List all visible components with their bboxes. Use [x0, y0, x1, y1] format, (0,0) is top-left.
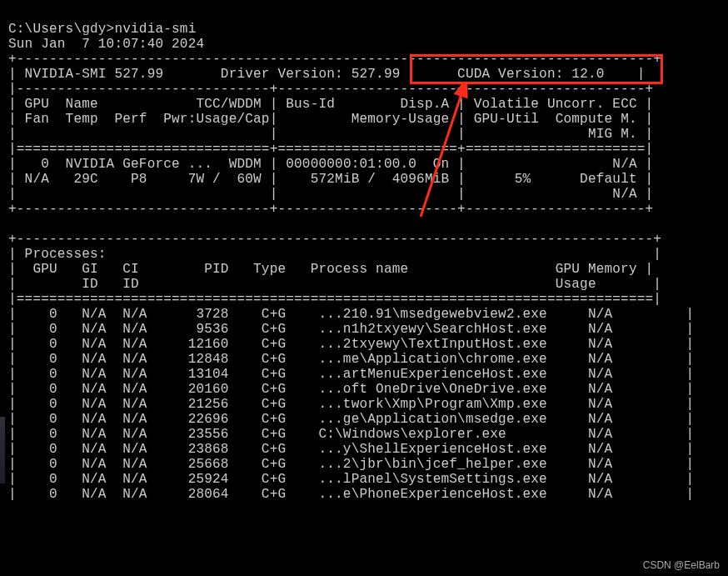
- gpu-row-1: | 0 NVIDIA GeForce ... WDDM | 00000000:0…: [8, 157, 653, 172]
- r3r: N/A: [474, 187, 637, 202]
- cuda-highlight-box: [410, 54, 663, 84]
- gpu-row-2: | N/A 29C P8 7W / 60W | 572MiB / 4096MiB…: [8, 172, 653, 187]
- hdr3r: MIG M.: [474, 127, 637, 142]
- proc-title-row: | Processes: |: [8, 247, 661, 262]
- date-line: Sun Jan 7 10:07:40 2024: [8, 37, 204, 52]
- proc-header-1: | GPU GI CI PID Type Process name GPU Me…: [8, 262, 653, 277]
- hdr1l: GPU Name TCC/WDDM: [25, 97, 262, 112]
- left-edge-decoration: [0, 417, 5, 483]
- hdr2r: GPU-Util Compute M.: [474, 112, 637, 127]
- gpu-header-2: | Fan Temp Perf Pwr:Usage/Cap| Memory-Us…: [8, 112, 653, 127]
- gpu-header-3: | | | MIG M. |: [8, 127, 653, 142]
- hdr2m: Memory-Usage: [286, 112, 449, 127]
- r2l: N/A 29C P8 7W / 60W: [25, 172, 262, 187]
- nv-smi-driver: NVIDIA-SMI 527.99 Driver Version: 527.99: [25, 67, 401, 82]
- r2r: 5% Default: [474, 172, 637, 187]
- border-line: +-------------------------------+-------…: [8, 202, 653, 217]
- hdr1r: Volatile Uncorr. ECC: [474, 97, 637, 112]
- r1l: 0 NVIDIA GeForce ... WDDM: [25, 157, 262, 172]
- gpu-row-3: | | | N/A |: [8, 187, 653, 202]
- proc-rows: | 0 N/A N/A 3728 C+G ...210.91\msedgeweb…: [8, 307, 694, 502]
- ph1: GPU GI CI PID Type Process name GPU Memo…: [25, 262, 637, 277]
- watermark: CSDN @EelBarb: [643, 558, 720, 573]
- sep-line: |===============================+=======…: [8, 142, 653, 157]
- ph2: ID ID Usage: [25, 277, 596, 292]
- r2m: 572MiB / 4096MiB: [286, 172, 449, 187]
- prompt-line: C:\Users\gdy>nvidia-smi: [8, 22, 196, 37]
- proc-title: Processes:: [25, 247, 107, 262]
- r1r: N/A: [474, 157, 637, 172]
- sep-line: |=======================================…: [8, 292, 661, 307]
- border-line: +---------------------------------------…: [8, 232, 661, 247]
- hdr1m: Bus-Id Disp.A: [286, 97, 449, 112]
- gpu-header-1: | GPU Name TCC/WDDM | Bus-Id Disp.A | Vo…: [8, 97, 653, 112]
- hdr2l: Fan Temp Perf Pwr:Usage/Cap: [25, 112, 270, 127]
- r1m: 00000000:01:00.0 On: [286, 157, 449, 172]
- proc-header-2: | ID ID Usage |: [8, 277, 661, 292]
